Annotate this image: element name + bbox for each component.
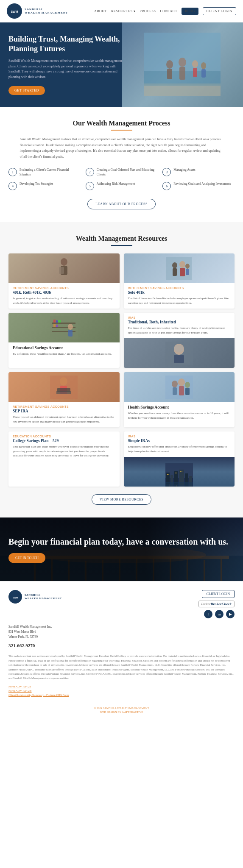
- card-desc-401k: In general, to get a clear understanding…: [13, 296, 115, 305]
- svg-rect-32: [56, 325, 58, 327]
- adv-part-2b-link[interactable]: Form ADV Part 2B: [8, 689, 235, 693]
- footer-web-design: WEB DESIGN BY A AFTERACTIVE: [8, 710, 235, 713]
- footer-links: Form ADV Part 2a Form ADV Part 2B Client…: [8, 685, 235, 697]
- learn-process-button[interactable]: LEARN ABOUT OUR PROCESS: [87, 199, 156, 209]
- svg-point-33: [68, 324, 73, 330]
- client-login-button[interactable]: CLIENT LOGIN: [203, 7, 236, 15]
- card-title-hsa: Health Savings Account: [128, 405, 231, 409]
- nav-process[interactable]: PROCESS: [140, 9, 156, 13]
- footer-disclaimer: This website content was written and dev…: [8, 654, 235, 680]
- process-step-2: 2 Creating a Goal-Oriented Plan and Educ…: [86, 168, 158, 177]
- footer-phone[interactable]: 321-662-9270: [8, 643, 235, 648]
- svg-rect-59: [167, 474, 168, 475]
- svg-rect-43: [57, 388, 70, 392]
- view-more-resources-button[interactable]: VIEW MORE RESOURCES: [92, 494, 152, 505]
- card-image-cityscape: [124, 457, 235, 487]
- broker-check[interactable]: BrokerBrokerCheck: [198, 601, 235, 607]
- nav-about[interactable]: ABOUT: [94, 9, 107, 13]
- nav-contact[interactable]: CONTACT: [160, 9, 177, 13]
- svg-rect-9: [179, 67, 185, 80]
- svg-rect-62: [176, 473, 177, 473]
- card-image-solo401k: [124, 253, 235, 283]
- cta-content: Begin your financial plan today, have a …: [0, 523, 237, 576]
- svg-rect-60: [168, 474, 169, 475]
- card-body-401k: RETIREMENT SAVINGS ACCOUNTS 401k, Roth 4…: [8, 283, 120, 309]
- footer-address: Sandhill Wealth Management Inc. 831 West…: [8, 624, 235, 640]
- step-text-4: Developing Tax Strategies: [20, 182, 53, 186]
- nav-resources[interactable]: RESOURCES ▾: [111, 9, 135, 13]
- card-desc-hsa: Whether you need to access money from th…: [128, 411, 231, 420]
- svg-point-12: [201, 62, 206, 69]
- footer-client-login-button[interactable]: CLIENT LOGIN: [202, 590, 235, 598]
- card-image-401k: [8, 253, 120, 283]
- footer: SWM SANDHILL WEALTH MANAGEMENT CLIENT LO…: [0, 581, 243, 717]
- resources-underline: [111, 245, 132, 246]
- nav-links: ABOUT RESOURCES ▾ PROCESS CONTACT BLOG C…: [94, 7, 236, 15]
- card-body-simple-ira: IRAS Simple IRAs Employers can now offer…: [124, 431, 235, 457]
- resource-card-simple-ira[interactable]: IRAS Simple IRAs Employers can now offer…: [124, 431, 235, 487]
- footer-logo[interactable]: SWM SANDHILL WEALTH MANAGEMENT: [8, 590, 62, 604]
- step-text-2: Creating a Goal-Oriented Plan and Educat…: [97, 168, 158, 177]
- step-number-6: 6: [162, 182, 171, 190]
- footer-logo-icon: SWM: [8, 590, 22, 604]
- svg-rect-66: [166, 483, 170, 484]
- svg-rect-7: [167, 69, 172, 79]
- crs-form-link[interactable]: Client Relationship Summary - Fortune CR…: [8, 693, 235, 697]
- card-desc-529: This particular plan sets aside money wh…: [13, 445, 115, 458]
- resources-grid: RETIREMENT SAVINGS ACCOUNTS 401k, Roth 4…: [8, 253, 235, 487]
- footer-copyright: © 2024 SANDHILL WEALTH MANAGEMENT: [8, 707, 235, 709]
- svg-point-10: [192, 60, 198, 68]
- card-title-esa: Educational Savings Account: [13, 346, 115, 350]
- footer-bottom: © 2024 SANDHILL WEALTH MANAGEMENT WEB DE…: [8, 703, 235, 713]
- adv-part-2a-link[interactable]: Form ADV Part 2a: [8, 685, 235, 688]
- facebook-icon[interactable]: f: [204, 610, 212, 618]
- step-number-3: 3: [162, 168, 171, 176]
- card-body-solo401k: RETIREMENT SAVINGS ACCOUNTS Solo 401k Th…: [124, 283, 235, 309]
- card-desc-solo401k: The list of these terrific benefits incl…: [128, 296, 231, 305]
- svg-point-45: [172, 381, 178, 387]
- logo-icon: SWM: [7, 3, 22, 19]
- process-section: Our Wealth Management Process Sandhill W…: [0, 107, 243, 222]
- card-title-simple-ira: Simple IRAs: [128, 439, 231, 443]
- svg-rect-28: [53, 320, 56, 323]
- hero-section: Building Trust, Managing Wealth, Plannin…: [0, 22, 243, 107]
- svg-rect-16: [59, 267, 64, 274]
- svg-point-14: [61, 258, 67, 266]
- svg-rect-46: [173, 387, 177, 395]
- linkedin-icon[interactable]: in: [215, 610, 223, 618]
- resource-card-401k[interactable]: RETIREMENT SAVINGS ACCOUNTS 401k, Roth 4…: [8, 253, 120, 309]
- youtube-icon[interactable]: ▶: [226, 610, 235, 618]
- nav-logo[interactable]: SWM SANDHILL WEALTH MANAGEMENT: [7, 3, 68, 19]
- resource-card-hsa[interactable]: Health Savings Account Whether you need …: [124, 372, 235, 427]
- svg-rect-50: [185, 388, 190, 395]
- resources-title: Wealth Management Resources: [8, 235, 235, 242]
- process-description: Sandhill Wealth Management realizes that…: [20, 136, 223, 159]
- process-step-3: 3 Managing Assets: [162, 168, 235, 177]
- svg-rect-69: [170, 484, 170, 487]
- resources-section: Wealth Management Resources RETIREMENT S…: [0, 222, 243, 517]
- resource-card-sep[interactable]: RETIREMENT SAVINGS ACCOUNTS SEP IRA Thes…: [8, 372, 120, 427]
- svg-rect-19: [173, 268, 177, 276]
- svg-rect-21: [180, 268, 185, 276]
- card-category-sep: RETIREMENT SAVINGS ACCOUNTS: [13, 405, 115, 408]
- svg-point-22: [185, 264, 190, 269]
- svg-point-18: [172, 262, 177, 268]
- card-image-man-senior: [124, 338, 235, 368]
- card-image-esa: [8, 313, 120, 342]
- get-started-button[interactable]: GET STARTED: [8, 86, 45, 95]
- svg-point-6: [166, 60, 173, 69]
- card-category-529: EDUCATION ACCOUNTS: [13, 435, 115, 438]
- process-step-1: 1 Evaluating a Client's Current Financia…: [8, 168, 81, 177]
- resource-card-solo401k[interactable]: RETIREMENT SAVINGS ACCOUNTS Solo 401k Th…: [124, 253, 235, 309]
- resource-card-ira[interactable]: IRAS Traditional, Roth, Inherited For th…: [124, 313, 235, 368]
- footer-top: SWM SANDHILL WEALTH MANAGEMENT CLIENT LO…: [8, 590, 235, 618]
- resource-card-529[interactable]: EDUCATION ACCOUNTS College Savings Plan …: [8, 431, 120, 487]
- card-category-401k: RETIREMENT SAVINGS ACCOUNTS: [13, 287, 115, 289]
- card-desc-esa: By definition, these "qualified tuition …: [13, 352, 115, 356]
- resource-card-esa[interactable]: Educational Savings Account By definitio…: [8, 313, 120, 368]
- step-number-4: 4: [8, 182, 17, 190]
- get-in-touch-button[interactable]: GET IN TOUCH: [8, 553, 45, 563]
- card-body-ira: IRAS Traditional, Roth, Inherited For th…: [124, 313, 235, 338]
- blog-button[interactable]: BLOG: [182, 8, 198, 15]
- card-body-hsa: Health Savings Account Whether you need …: [124, 402, 235, 423]
